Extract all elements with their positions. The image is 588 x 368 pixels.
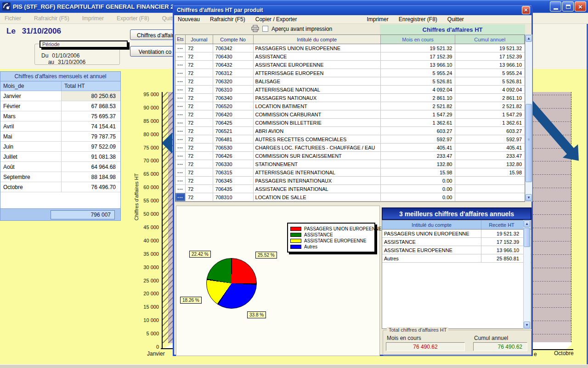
product-row[interactable]: ***72706430ASSISTANCE17 152.3917 152.39 <box>175 52 525 61</box>
product-row[interactable]: ***72706520LOCATION BATIMENT2 521.822 52… <box>175 102 525 110</box>
intitule-cell: COMMISSION BILLETTERIE <box>254 119 381 126</box>
periode-legend: Période <box>40 40 128 48</box>
dialog-menu-imprimer[interactable]: Imprimer <box>367 16 388 23</box>
best3-row[interactable]: Autres25 850.81 <box>382 254 531 263</box>
mois-en-cours-cell: 1 547.29 <box>381 110 456 118</box>
dialog-menu-copier-exporter[interactable]: Copier / Exporter <box>255 16 297 23</box>
scroll-up-button[interactable]: ▲ <box>524 220 530 227</box>
mois-en-cours-label: Mois en cours <box>387 335 421 341</box>
monthly-row[interactable]: Mai79 787.75 <box>0 132 120 142</box>
mois-en-cours-cell: 0.00 <box>381 177 456 184</box>
product-row[interactable]: ***72708310LOCATION DE SALLE0.00 <box>175 193 525 201</box>
scroll-down-button[interactable]: ▼ <box>526 194 532 201</box>
product-row[interactable]: ***72706521ABRI AVION603.27603.27 <box>175 127 525 135</box>
product-row[interactable]: ***72706330STATIONNEMENT132.80132.80 <box>175 160 525 168</box>
gridline <box>533 201 571 201</box>
periode-groupbox: Période Du01/10/2006 au31/10/2006 <box>34 44 120 65</box>
product-row[interactable]: ***72706432ASSISTANCE EUROPEENNE13 966.1… <box>175 61 525 69</box>
product-grid: Ets Journal Compte No Intitulé du compte… <box>175 34 525 202</box>
journal-cell: 72 <box>186 86 213 93</box>
mois-en-cours-cell: 132.80 <box>381 160 456 168</box>
dialog-menu-enregistrer-f8[interactable]: Enregistrer (F8) <box>399 16 437 23</box>
legend-item: Autres <box>290 244 372 249</box>
monthly-row[interactable]: Juin97 522.09 <box>0 142 120 152</box>
scroll-up-button[interactable]: ▲ <box>526 35 532 42</box>
du-label: Du <box>41 52 48 59</box>
chiffres-affaires-button[interactable]: Chiffres d'affaire <box>130 29 174 40</box>
ventilation-button[interactable]: Ventilation co <box>130 46 174 57</box>
product-row[interactable]: ***72706320BALISAGE5 526.815 526.81 <box>175 77 525 86</box>
monthly-row[interactable]: Octobre76 496.70 <box>0 182 120 192</box>
minimize-icon <box>554 8 558 10</box>
mois-en-cours-cell: 592.97 <box>381 135 456 143</box>
monthly-row[interactable]: Janvier80 250.63 <box>0 91 120 101</box>
cumul-annuel-cell: 5 955.24 <box>455 69 525 77</box>
dialog-close-button[interactable]: × <box>522 6 530 14</box>
product-row[interactable]: ***72706310ATTERRISSAGE NATIONAL4 092.04… <box>175 86 525 94</box>
thumb-grip: ≡ <box>528 138 530 142</box>
product-row[interactable]: ***72706342PASSAGERS UNION EUROPEENNE19 … <box>175 44 525 52</box>
app-icon <box>2 2 11 11</box>
menu-item-fichier[interactable]: Fichier <box>5 15 21 22</box>
month-cell: Mai <box>0 132 62 141</box>
best3-row[interactable]: PASSAGERS UNION EUROPEENNE19 521.32 <box>382 230 531 238</box>
product-grid-scrollbar[interactable]: ▲ ≡ ▼ <box>525 34 532 201</box>
pie-percent-label-assistance: 22.42 % <box>189 251 211 258</box>
monthly-row[interactable]: Avril74 154.41 <box>0 121 120 132</box>
dialog-menu-quitter[interactable]: Quitter <box>447 16 464 23</box>
compte-no-cell: 706426 <box>213 152 254 160</box>
restore-button[interactable] <box>562 1 574 12</box>
month-cell: Octobre <box>0 182 62 192</box>
monthly-row[interactable]: Juillet91 081.38 <box>0 152 120 162</box>
menu-item-imprimer[interactable]: Imprimer <box>82 15 104 22</box>
product-row[interactable]: ***72706345PASSAGERS INTERNATIONAUX0.00 <box>175 177 525 185</box>
intitule-cell: ABRI AVION <box>254 127 381 135</box>
monthly-row[interactable]: Septembre88 184.98 <box>0 172 120 182</box>
product-row[interactable]: ***72706425COMMISSION BILLETTERIE1 362.6… <box>175 119 525 127</box>
best3-row[interactable]: ASSISTANCE EUROPEENNE13 966.10 <box>382 246 531 254</box>
gridline <box>533 281 571 282</box>
legend-swatch <box>290 227 301 231</box>
menu-item-rafraichir-f5[interactable]: Rafraichir (F5) <box>34 15 69 22</box>
journal-cell: 72 <box>186 44 213 52</box>
best3-row[interactable]: ASSISTANCE17 152.39 <box>382 238 531 246</box>
best3-scrollbar[interactable]: ▲ ▼ <box>523 220 531 329</box>
compte-no-cell: 706315 <box>213 168 254 176</box>
product-row[interactable]: ***72706530CHARGES LOC. FACTUREES - CHAU… <box>175 144 525 152</box>
scroll-down-button[interactable]: ▼ <box>524 322 530 328</box>
product-row[interactable]: ***72706435ASSISTANCE INTERNATIONAL0.00 <box>175 185 525 193</box>
monthly-row[interactable]: Août64 964.68 <box>0 162 120 172</box>
product-row[interactable]: ***72706315ATTERRISSAGE INTERNATIONAL15.… <box>175 168 525 177</box>
ets-cell: *** <box>175 152 186 160</box>
ets-cell: *** <box>175 168 186 176</box>
scroll-thumb[interactable]: ≡ <box>526 104 532 182</box>
product-row[interactable]: ***72706481AUTRES RECETTES COMMERCIALES5… <box>175 135 525 144</box>
ets-cell: *** <box>175 61 186 69</box>
intitule-cell: ATTERRISSAGE NATIONAL <box>254 86 381 93</box>
total-ht-cell: 75 695.37 <box>62 111 120 121</box>
monthly-row[interactable]: Mars75 695.37 <box>0 111 120 121</box>
cumul-annuel-cell: 132.80 <box>455 160 525 168</box>
dialog-menu-rafraichir-f5[interactable]: Rafraichir (F5) <box>210 16 245 23</box>
menu-item-exporter-f8[interactable]: Exporter (F8) <box>117 15 149 22</box>
product-row[interactable]: ***72706340PASSAGERS NATIONAUX2 861.102 … <box>175 94 525 102</box>
monthly-row[interactable]: Février67 868.53 <box>0 101 120 111</box>
cumul-annuel-cell: 603.27 <box>455 127 525 135</box>
product-grid-rows: ***72706342PASSAGERS UNION EUROPEENNE19 … <box>175 44 525 201</box>
product-row[interactable]: ***72706426COMMISSION SUR ENCAISSEMENT23… <box>175 152 525 160</box>
scroll-thumb[interactable] <box>524 228 530 247</box>
month-cell: Avril <box>0 121 62 131</box>
product-row[interactable]: ***72706420COMMISSION CARBURANT1 547.291… <box>175 110 525 119</box>
y-tick-label: 35 000 <box>133 251 159 257</box>
product-row[interactable]: ***72706312ATTERRISSAGE EUROPEEN5 955.24… <box>175 69 525 77</box>
pie-percent-label-passagers-union-europeenne: 25.52 % <box>255 252 277 259</box>
dialog-titlebar: Chiffres d'affaires HT par produit × <box>174 5 531 15</box>
ets-cell: *** <box>175 144 186 151</box>
apercu-checkbox[interactable] <box>262 26 268 32</box>
compte-no-cell: 706345 <box>213 177 254 184</box>
close-button[interactable]: × <box>575 1 586 12</box>
dialog-menu-nouveau[interactable]: Nouveau <box>178 16 200 23</box>
minimize-button[interactable] <box>550 1 561 12</box>
legend-item: ASSISTANCE <box>290 232 372 237</box>
compte-no-cell: 706425 <box>213 119 254 126</box>
